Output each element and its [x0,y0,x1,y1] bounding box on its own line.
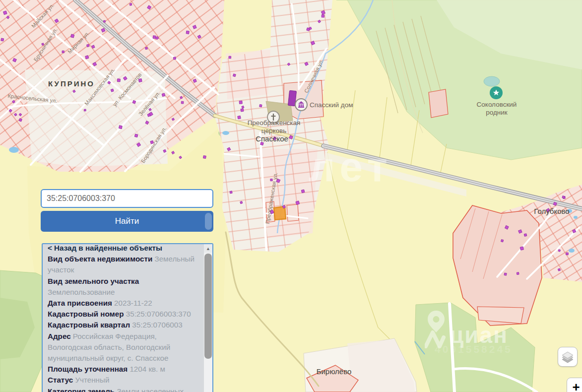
info-row: Вид земельного участка Землепользование [48,276,199,298]
info-panel: < Назад в найденные объекты Вид объекта … [42,243,213,392]
poi-label-museum: Спасский дом [310,101,353,109]
info-row: Адрес Российская Федерация, Вологодская … [48,331,199,364]
poi-label-spring-line2: родник [486,109,508,116]
zoom-in-label: + [572,380,580,392]
poi-label-church-line1: Преображенская [248,119,301,127]
map-viewport: КУПРИНО Спасское Голубково Бирюлёво Спас… [0,0,582,392]
info-row: Вид объекта недвижимости Земельный участ… [48,254,199,275]
panel-scrollbar[interactable]: ▲ [204,244,212,392]
spring-icon[interactable] [490,86,503,99]
container-scrollbar-thumb[interactable] [205,213,212,230]
info-row: Статус Учтенный [48,375,199,386]
info-row: Площадь уточненная 1204 кв. м [48,364,199,375]
info-row: Кадастровый номер 35:25:0706003:370 [48,309,199,320]
info-row: Кадастровый квартал 35:25:0706003 [48,320,199,330]
layers-button[interactable] [558,347,578,367]
zoom-in-button[interactable]: + [567,378,582,392]
scrollbar-up-arrow[interactable]: ▲ [204,244,212,253]
info-row: Дата присвоения 2023-11-22 [48,298,199,309]
search-button-label: Найти [115,216,139,226]
info-panel-content: < Назад в найденные объекты Вид объекта … [43,243,212,392]
settlement-label-golubkovo: Голубково [534,207,569,215]
museum-icon[interactable] [295,99,307,111]
poi-label-spring-line1: Соколовский [477,101,517,108]
scrollbar-thumb[interactable] [204,254,212,359]
settlement-label-kuprino: КУПРИНО [48,79,95,88]
layers-icon [561,350,574,363]
settlement-label-biryulyovo: Бирюлёво [317,367,352,376]
poi-label-church-line2: церковь [261,127,286,134]
search-button[interactable]: Найти [41,211,213,232]
info-row: Категория земель Земли населенных пункто… [48,386,199,392]
settlement-label-spasskoye: Спасское [256,134,288,143]
back-link[interactable]: < Назад в найденные объекты [48,243,199,254]
selected-parcel[interactable] [274,206,286,220]
cadastral-search-input[interactable] [41,189,213,208]
pond [484,76,500,86]
